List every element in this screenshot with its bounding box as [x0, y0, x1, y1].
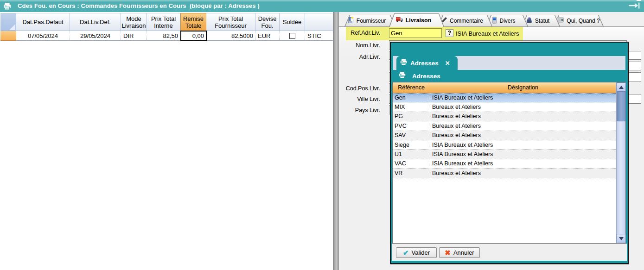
grid-cell-prix-total-fournisseur[interactable]: 82,5000 [206, 31, 255, 41]
list-cell-designation: ISIA Bureaux et Ateliers [430, 150, 616, 158]
grid-column-header[interactable] [305, 13, 333, 31]
help-button[interactable]: ? [446, 29, 453, 37]
tab-label: Statut [535, 18, 549, 24]
list-cell-reference: SAV [393, 131, 430, 140]
goto-end-icon[interactable] [628, 2, 640, 11]
arrow-down-icon [619, 237, 624, 240]
list-cell-reference: PVC [393, 121, 430, 130]
annuler-button[interactable]: ✖ Annuler [439, 247, 480, 258]
printer-icon [399, 72, 406, 80]
list-cell-reference: U1 [393, 150, 430, 158]
adr-livr-label: Adr.Livr. [341, 54, 380, 60]
grid-column-header[interactable]: Prix Total Interne [147, 13, 180, 31]
popup-tab-adresses[interactable]: Adresses ✕ [396, 56, 458, 70]
annuler-label: Annuler [453, 249, 474, 256]
list-cell-reference: MIX [393, 102, 430, 111]
scroll-down-button[interactable] [617, 234, 626, 243]
cross-icon: ✖ [445, 251, 451, 255]
arrow-up-icon [619, 86, 624, 89]
tab-qui-quand[interactable]: Qui, Quand ? [554, 15, 604, 26]
tab-label: Qui, Quand ? [567, 18, 599, 24]
grid-cell-dat-pas-defaut[interactable]: 07/05/2024 [16, 31, 70, 41]
ref-adr-liv-label: Ref.Adr.Liv. [341, 30, 380, 36]
select-all-triangle-icon [9, 24, 15, 30]
list-scrollbar[interactable] [616, 82, 625, 243]
grid-column-header[interactable]: Mode Livraison [121, 13, 147, 31]
grid-select-all-corner[interactable] [0, 13, 16, 31]
list-row[interactable]: PVC Bureaux et Ateliers [393, 121, 616, 131]
popup-title: Adresses [412, 73, 440, 80]
grid-cell-devise-fou[interactable]: EUR [255, 31, 280, 41]
list-cell-designation: ISIA Bureaux et Ateliers [430, 140, 616, 149]
list-header-designation[interactable]: Désignation [430, 82, 616, 93]
list-row[interactable]: VAC ISIA Bureaux et Ateliers [393, 159, 616, 169]
list-cell-reference: VR [393, 169, 430, 177]
grid-column-header[interactable]: Dat.Pas.Defaut [16, 13, 70, 31]
list-cell-reference: VAC [393, 159, 430, 168]
orders-grid: Dat.Pas.Defaut Dat.Liv.Def. Mode Livrais… [0, 13, 333, 41]
valider-label: Valider [412, 249, 430, 256]
ref-adr-liv-input[interactable] [389, 28, 442, 38]
popup-tabstrip: Adresses ✕ [393, 56, 625, 70]
window-titlebar: Cdes Fou. en Cours : Commandes Fournisse… [0, 0, 644, 12]
grid-column-header[interactable]: Soldée [280, 13, 305, 31]
list-cell-reference: PG [393, 112, 430, 121]
tab-label: Fournisseur [357, 18, 386, 24]
popup-footer: ✔ Valider ✖ Annuler [392, 244, 627, 261]
device-icon [492, 17, 497, 25]
list-cell-reference: Siege [393, 140, 430, 149]
grid-column-header[interactable]: Prix Total Fournisseur [206, 13, 255, 31]
document-icon [348, 17, 354, 25]
printer-icon [400, 59, 407, 67]
scroll-up-button[interactable] [617, 82, 626, 92]
scrollbar-thumb[interactable] [617, 92, 626, 121]
pays-livr-label: Pays Livr. [341, 107, 380, 113]
tab-commentaire[interactable]: Commentaire [438, 15, 492, 26]
grid-cell-mode-livraison[interactable]: DIR [121, 31, 147, 41]
grid-row-selector[interactable] [0, 31, 16, 41]
valider-button[interactable]: ✔ Valider [396, 247, 437, 258]
tab-label: Commentaire [450, 18, 483, 24]
close-icon[interactable]: ✕ [445, 60, 450, 67]
list-cell-designation: Bureaux et Ateliers [430, 131, 616, 140]
grid-cell-soldee[interactable] [280, 31, 305, 41]
soldee-checkbox[interactable] [289, 33, 295, 39]
list-cell-designation: Bureaux et Ateliers [430, 112, 616, 121]
panel-splitter[interactable] [333, 12, 339, 270]
tab-livraison[interactable]: Livraison [389, 13, 444, 27]
grid-column-header-highlighted[interactable]: Remise Totale [180, 13, 206, 31]
list-row[interactable]: Gen ISIA Bureaux et Ateliers [393, 93, 616, 102]
list-row[interactable]: SAV Bureaux et Ateliers [393, 131, 616, 140]
tab-label: Divers [499, 18, 515, 24]
list-header-reference[interactable]: Référence [393, 82, 430, 93]
nom-livr-label: Nom.Livr. [341, 42, 380, 49]
truck-icon [395, 16, 403, 24]
adresses-popup: Adresses ✕ Adresses Référence Désignatio… [390, 42, 629, 264]
ref-designation-text: ISIA Bureaux et Ateliers [456, 30, 519, 37]
list-cell-designation: Bureaux et Ateliers [430, 169, 616, 177]
list-cell-reference: Gen [393, 94, 430, 102]
grid-cell-prix-total-interne[interactable]: 82,50 [147, 31, 180, 41]
grid-cell-code[interactable]: STIC [305, 31, 333, 41]
list-row[interactable]: PG Bureaux et Ateliers [393, 112, 616, 121]
list-cell-designation: Bureaux et Ateliers [430, 121, 616, 130]
list-row[interactable]: Siege ISIA Bureaux et Ateliers [393, 140, 616, 150]
grid-column-header[interactable]: Devise Fou. [255, 13, 280, 31]
list-row[interactable]: U1 ISIA Bureaux et Ateliers [393, 150, 616, 159]
app-window: Cdes Fou. en Cours : Commandes Fournisse… [0, 0, 644, 270]
grid-column-header[interactable]: Dat.Liv.Def. [70, 13, 121, 31]
titlebar-notch [637, 0, 641, 1]
grid-cell-dat-liv-def[interactable]: 29/05/2024 [70, 31, 121, 41]
list-cell-designation: ISIA Bureaux et Ateliers [430, 94, 616, 102]
cod-pos-livr-label: Cod.Pos.Livr. [340, 85, 380, 92]
list-row[interactable]: MIX Bureaux et Ateliers [393, 102, 616, 112]
list-cell-designation: Bureaux et Ateliers [430, 102, 616, 111]
detail-tabbar: Fournisseur [339, 12, 644, 27]
window-title: Cdes Fou. en Cours : Commandes Fournisse… [18, 2, 260, 9]
grid-cell-remise-totale-selected[interactable]: 0,00 [180, 31, 207, 41]
list-cell-designation: ISIA Bureaux et Ateliers [430, 159, 616, 168]
check-icon: ✔ [403, 251, 409, 255]
tab-fournisseur[interactable]: Fournisseur [344, 15, 395, 26]
list-row[interactable]: VR Bureaux et Ateliers [393, 169, 616, 178]
printer-icon [3, 2, 11, 12]
